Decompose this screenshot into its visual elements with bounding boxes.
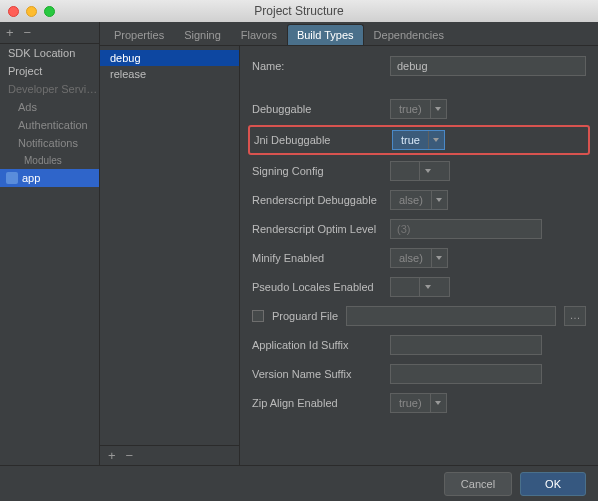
add-icon[interactable]: +	[6, 25, 14, 40]
sidebar-item-app[interactable]: app	[0, 169, 99, 187]
tab-dependencies[interactable]: Dependencies	[364, 24, 454, 45]
signing-config-dropdown[interactable]	[390, 161, 450, 181]
tab-signing[interactable]: Signing	[174, 24, 231, 45]
jni-debuggable-label: Jni Debuggable	[254, 134, 384, 146]
zip-align-dropdown[interactable]: true)	[390, 393, 447, 413]
pseudo-locales-dropdown[interactable]	[390, 277, 450, 297]
app-id-suffix-label: Application Id Suffix	[252, 339, 382, 351]
remove-build-type-icon[interactable]: −	[126, 448, 134, 463]
chevron-down-icon[interactable]	[431, 249, 447, 267]
add-build-type-icon[interactable]: +	[108, 448, 116, 463]
renderscript-debuggable-label: Renderscript Debuggable	[252, 194, 382, 206]
proguard-file-field[interactable]	[346, 306, 556, 326]
sidebar-item-project[interactable]: Project	[0, 62, 99, 80]
renderscript-optim-field[interactable]	[390, 219, 542, 239]
version-name-suffix-field[interactable]	[390, 364, 542, 384]
build-type-list: debugrelease + −	[100, 46, 240, 465]
sidebar-item-notifications[interactable]: Notifications	[0, 134, 99, 152]
tab-properties[interactable]: Properties	[104, 24, 174, 45]
chevron-down-icon[interactable]	[431, 191, 447, 209]
tab-build-types[interactable]: Build Types	[287, 24, 364, 45]
app-id-suffix-field[interactable]	[390, 335, 542, 355]
debuggable-label: Debuggable	[252, 103, 382, 115]
build-type-debug[interactable]: debug	[100, 50, 239, 66]
chevron-down-icon[interactable]	[428, 131, 444, 149]
cancel-button[interactable]: Cancel	[444, 472, 512, 496]
chevron-down-icon[interactable]	[419, 278, 435, 296]
pseudo-locales-label: Pseudo Locales Enabled	[252, 281, 382, 293]
jni-debuggable-dropdown[interactable]: true	[392, 130, 445, 150]
minify-enabled-dropdown[interactable]: alse)	[390, 248, 448, 268]
version-name-suffix-label: Version Name Suffix	[252, 368, 382, 380]
zip-align-label: Zip Align Enabled	[252, 397, 382, 409]
sidebar-item-ads[interactable]: Ads	[0, 98, 99, 116]
name-field[interactable]	[390, 56, 586, 76]
build-type-release[interactable]: release	[100, 66, 239, 82]
proguard-checkbox[interactable]	[252, 310, 264, 322]
chevron-down-icon[interactable]	[430, 100, 446, 118]
sidebar-item-sdk-location[interactable]: SDK Location	[0, 44, 99, 62]
sidebar-item-authentication[interactable]: Authentication	[0, 116, 99, 134]
browse-button[interactable]: …	[564, 306, 586, 326]
signing-config-label: Signing Config	[252, 165, 382, 177]
tab-flavors[interactable]: Flavors	[231, 24, 287, 45]
tabs: PropertiesSigningFlavorsBuild TypesDepen…	[100, 22, 598, 46]
chevron-down-icon[interactable]	[430, 394, 446, 412]
minify-enabled-label: Minify Enabled	[252, 252, 382, 264]
build-type-form: Name: Debuggable true) Jni Debuggable tr…	[240, 46, 598, 465]
proguard-file-label: Proguard File	[272, 310, 338, 322]
dialog-footer: Cancel OK	[0, 465, 598, 501]
debuggable-dropdown[interactable]: true)	[390, 99, 447, 119]
sidebar: + − SDK LocationProjectDeveloper Servi…A…	[0, 22, 100, 465]
ok-button[interactable]: OK	[520, 472, 586, 496]
list-toolbar: + −	[100, 445, 239, 465]
remove-icon[interactable]: −	[24, 25, 32, 40]
module-icon	[6, 172, 18, 184]
sidebar-item-modules[interactable]: Modules	[0, 152, 99, 169]
titlebar: Project Structure	[0, 0, 598, 22]
window-title: Project Structure	[0, 4, 598, 18]
renderscript-optim-label: Renderscript Optim Level	[252, 223, 382, 235]
sidebar-item-developer-servi-[interactable]: Developer Servi…	[0, 80, 99, 98]
sidebar-toolbar: + −	[0, 22, 99, 44]
chevron-down-icon[interactable]	[419, 162, 435, 180]
renderscript-debuggable-dropdown[interactable]: alse)	[390, 190, 448, 210]
name-label: Name:	[252, 60, 382, 72]
